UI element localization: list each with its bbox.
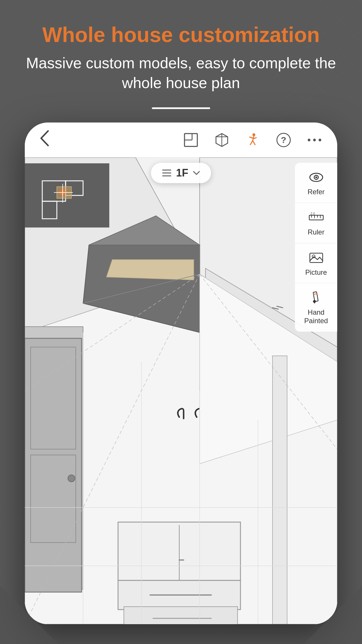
page-subtitle: Massive custom models, easy to complete … — [23, 53, 339, 93]
phone-frame: ? — [25, 123, 337, 624]
mini-map[interactable] — [25, 163, 109, 228]
person-walk-icon[interactable] — [245, 132, 261, 148]
svg-rect-35 — [25, 338, 82, 592]
refer-icon — [308, 169, 324, 186]
svg-line-21 — [250, 137, 253, 138]
sidebar-item-picture[interactable]: Picture — [295, 243, 337, 284]
svg-rect-50 — [273, 356, 287, 624]
picture-icon — [308, 250, 324, 266]
svg-rect-87 — [310, 253, 323, 262]
divider — [152, 107, 210, 109]
floor-selector[interactable]: 1F — [151, 163, 211, 183]
topbar-icons: ? — [183, 132, 323, 148]
phone-mockup: ? — [25, 123, 337, 644]
right-sidebar: Refer 2.0 Ruler — [295, 163, 337, 332]
svg-line-91 — [313, 294, 317, 294]
cube-icon[interactable] — [214, 132, 230, 148]
svg-point-28 — [313, 139, 316, 141]
help-icon[interactable]: ? — [275, 132, 292, 148]
floorplan-icon[interactable] — [183, 132, 199, 148]
page-title: Whole house customization — [23, 23, 339, 46]
svg-point-38 — [68, 475, 75, 482]
refer-label: Refer — [307, 188, 325, 196]
svg-point-29 — [319, 139, 321, 141]
svg-text:?: ? — [281, 135, 286, 145]
hand-painted-icon — [308, 290, 324, 306]
svg-marker-90 — [313, 300, 316, 304]
phone-content: 1F Refer — [25, 158, 337, 624]
phone-topbar: ? — [25, 123, 337, 158]
sidebar-item-hand-painted[interactable]: Hand Painted — [295, 283, 337, 332]
more-icon[interactable] — [306, 132, 323, 148]
svg-rect-56 — [124, 607, 238, 624]
ruler-icon: 2.0 — [308, 209, 324, 226]
back-button[interactable] — [39, 130, 50, 150]
sidebar-item-ruler[interactable]: 2.0 Ruler — [295, 203, 337, 243]
svg-line-23 — [250, 141, 253, 145]
sidebar-item-refer[interactable]: Refer — [295, 163, 337, 203]
svg-line-24 — [253, 141, 255, 145]
svg-point-80 — [315, 176, 317, 178]
svg-marker-41 — [106, 260, 194, 280]
svg-rect-89 — [313, 292, 318, 302]
svg-text:2.0: 2.0 — [310, 212, 315, 215]
svg-point-27 — [308, 139, 310, 141]
ruler-label: Ruler — [308, 228, 324, 237]
hand-painted-label: Hand Painted — [304, 308, 328, 325]
picture-label: Picture — [305, 268, 327, 277]
floor-label: 1F — [176, 167, 188, 179]
